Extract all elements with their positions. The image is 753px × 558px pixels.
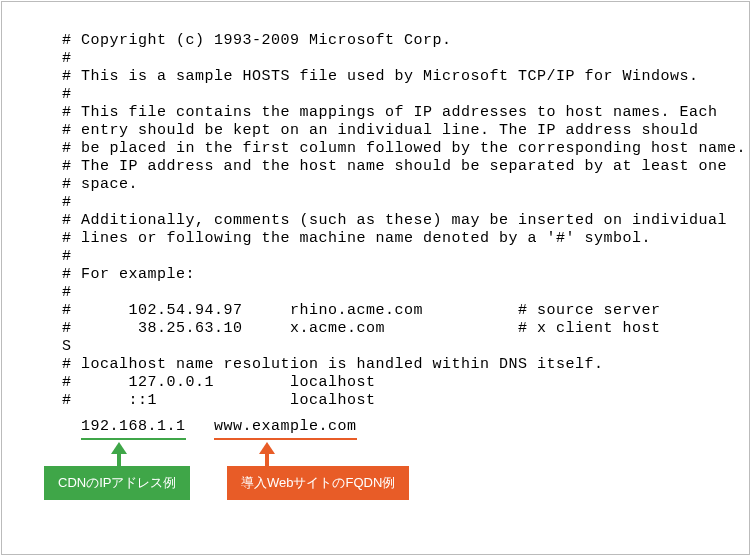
hosts-file-text: # Copyright (c) 1993-2009 Microsoft Corp… [62,32,689,410]
hosts-file-content: # Copyright (c) 1993-2009 Microsoft Corp… [2,2,749,410]
example-ip: 192.168.1.1 [81,418,186,440]
ip-callout-label: CDNのIPアドレス例 [44,466,190,500]
arrow-stem-orange [265,453,269,467]
hosts-entry-row: 192.168.1.1 www.example.com [2,410,749,440]
callout-labels: CDNのIPアドレス例 導入WebサイトのFQDN例 [2,440,749,520]
document-frame: # Copyright (c) 1993-2009 Microsoft Corp… [1,1,750,555]
example-fqdn: www.example.com [214,418,357,440]
arrow-stem-green [117,453,121,467]
fqdn-callout-label: 導入WebサイトのFQDN例 [227,466,409,500]
